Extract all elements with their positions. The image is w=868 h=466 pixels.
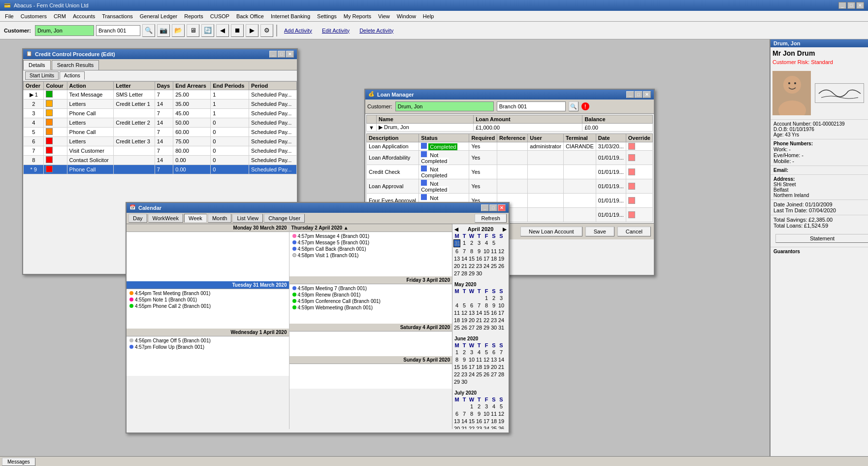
- mini-cal-day[interactable]: 14: [498, 356, 505, 363]
- mini-cal-day[interactable]: 24: [483, 425, 490, 429]
- mini-cal-day[interactable]: 5: [498, 403, 505, 410]
- mini-cal-day[interactable]: 25: [490, 263, 497, 269]
- mini-cal-day[interactable]: 1: [453, 349, 460, 356]
- mini-cal-day[interactable]: 2: [461, 349, 468, 356]
- table-row[interactable]: 7 Visit Customer 7 80.00 0 Scheduled Pay…: [24, 146, 297, 156]
- mini-cal-day[interactable]: 17: [483, 255, 490, 262]
- mini-cal-day[interactable]: 22: [453, 371, 460, 378]
- mini-cal-day[interactable]: 13: [453, 255, 460, 262]
- table-row[interactable]: 3 Phone Call 7 45.00 1 Scheduled Pay...: [24, 109, 297, 118]
- next-btn[interactable]: ▶: [246, 24, 258, 37]
- mini-cal-day[interactable]: 25: [453, 324, 460, 331]
- mini-cal-day[interactable]: 9: [476, 248, 482, 255]
- menu-customers[interactable]: Customers: [18, 12, 50, 20]
- mini-cal-day[interactable]: 1: [461, 239, 468, 247]
- delete-activity-btn[interactable]: Delete Activity: [355, 27, 397, 34]
- mini-cal-day[interactable]: 12: [498, 248, 505, 255]
- mini-cal-day[interactable]: 23: [476, 425, 482, 429]
- cal-tab-workweek[interactable]: WorkWeek: [148, 214, 183, 223]
- cal-tab-change-user[interactable]: Change User: [264, 214, 305, 223]
- mini-cal-day[interactable]: 10: [498, 302, 505, 309]
- menu-view[interactable]: View: [375, 12, 393, 20]
- cal-tab-day[interactable]: Day: [129, 214, 147, 223]
- customer-input[interactable]: [35, 25, 94, 36]
- mini-cal-day[interactable]: 27: [468, 324, 475, 331]
- mini-cal-day[interactable]: 15: [468, 255, 475, 262]
- cog-btn[interactable]: ⚙: [260, 24, 273, 37]
- mini-cal-day[interactable]: 28: [461, 270, 468, 277]
- statement-btn[interactable]: Statement: [775, 234, 868, 243]
- table-row[interactable]: ▶ 1 Text Message SMS Letter 7 25.00 1 Sc…: [24, 90, 297, 100]
- mini-cal-day[interactable]: 11: [476, 356, 482, 363]
- add-activity-btn[interactable]: Add Activity: [280, 27, 316, 34]
- mini-cal-day[interactable]: 3: [476, 239, 482, 247]
- mini-cal-day[interactable]: 4: [483, 239, 490, 247]
- menu-transactions[interactable]: Transactions: [99, 12, 136, 20]
- mini-cal-day[interactable]: 25: [490, 425, 497, 429]
- save-btn[interactable]: Save: [585, 227, 614, 236]
- mini-cal-day[interactable]: 3: [498, 295, 505, 301]
- mini-cal-day[interactable]: 19: [498, 418, 505, 425]
- table-row[interactable]: 2 Letters Credit Letter 1 14 35.00 1 Sch…: [24, 100, 297, 109]
- mini-cal-day[interactable]: 29: [453, 378, 460, 385]
- mini-cal-day[interactable]: 8: [453, 356, 460, 363]
- lm-search-btn[interactable]: 🔍: [569, 101, 579, 111]
- mini-cal-day[interactable]: 27: [453, 270, 460, 277]
- mini-cal-day[interactable]: 3: [483, 403, 490, 410]
- mini-cal-day[interactable]: 22: [483, 317, 490, 324]
- lm-maximize-btn[interactable]: □: [635, 91, 643, 98]
- table-row[interactable]: Loan Approval Not Completed Yes 01/01/19…: [367, 179, 653, 194]
- mini-cal-day[interactable]: 16: [461, 364, 468, 370]
- menu-settings[interactable]: Settings: [314, 12, 340, 20]
- mini-cal-day[interactable]: 30: [461, 378, 468, 385]
- mini-cal-day[interactable]: 1: [468, 403, 475, 410]
- new-loan-btn[interactable]: New Loan Account: [520, 227, 582, 236]
- mini-cal-day[interactable]: 2: [468, 239, 475, 247]
- mini-cal-day[interactable]: 26: [498, 425, 505, 429]
- mini-cal-day[interactable]: 14: [461, 418, 468, 425]
- mini-cal-day[interactable]: 15: [453, 364, 460, 370]
- mini-cal-day[interactable]: 4: [453, 302, 460, 309]
- tab-search-results[interactable]: Search Results: [52, 60, 99, 70]
- search-btn[interactable]: 🔍: [142, 24, 155, 37]
- mini-cal-day[interactable]: 31: [498, 324, 505, 331]
- mini-cal-day[interactable]: 19: [461, 317, 468, 324]
- mini-cal-day[interactable]: 20: [468, 317, 475, 324]
- mini-cal-day[interactable]: 9: [490, 302, 497, 309]
- lm-branch-input[interactable]: [497, 101, 566, 111]
- cancel-btn[interactable]: Cancel: [617, 227, 651, 236]
- cal-tab-week[interactable]: Week: [184, 214, 207, 223]
- mini-cal-day[interactable]: 28: [498, 371, 505, 378]
- mini-cal-day[interactable]: 26: [498, 263, 505, 269]
- mini-cal-day[interactable]: 16: [490, 309, 497, 316]
- photo-btn[interactable]: 📷: [157, 24, 170, 37]
- mini-cal-day[interactable]: 7: [476, 302, 482, 309]
- table-row[interactable]: Loan Application Completed Yes administr…: [367, 142, 653, 151]
- mini-cal-day[interactable]: 30: [490, 324, 497, 331]
- lm-minimize-btn[interactable]: _: [626, 91, 634, 98]
- mini-cal-day[interactable]: 18: [490, 418, 497, 425]
- messages-tab[interactable]: Messages: [2, 458, 35, 466]
- mini-cal-day[interactable]: 8: [468, 248, 475, 255]
- cal-minimize-btn[interactable]: _: [481, 204, 489, 211]
- sub-tab-actions[interactable]: Actions: [60, 71, 85, 80]
- cal-close-btn[interactable]: ✕: [498, 204, 506, 211]
- mini-cal-day[interactable]: 12: [461, 309, 468, 316]
- mini-cal-day[interactable]: 14: [461, 255, 468, 262]
- table-row[interactable]: 8 Contact Solicitor 14 0.00 0 Scheduled …: [24, 156, 297, 165]
- mini-cal-day[interactable]: 17: [483, 418, 490, 425]
- lm-error-btn[interactable]: !: [581, 102, 589, 110]
- sub-tab-start-limits[interactable]: Start Limits: [25, 71, 59, 80]
- tab-details[interactable]: Details: [23, 60, 51, 70]
- mini-cal-day[interactable]: 1: [483, 295, 490, 301]
- table-row[interactable]: Loan Affordability Not Completed Yes 01/…: [367, 151, 653, 165]
- lm-close-btn[interactable]: ✕: [643, 91, 651, 98]
- table-row[interactable]: ▼ ▶ Drum, Jon £1,000.00 £0.00: [367, 124, 653, 132]
- mini-cal-day[interactable]: 7: [498, 349, 505, 356]
- mini-cal-day[interactable]: 25: [476, 371, 482, 378]
- mini-cal-day[interactable]: 5: [490, 239, 497, 247]
- mini-cal-day[interactable]: 3: [468, 349, 475, 356]
- prev-btn[interactable]: ◀: [216, 24, 229, 37]
- mini-cal-day[interactable]: 2: [476, 403, 482, 410]
- mini-cal-day[interactable]: 11: [490, 410, 497, 417]
